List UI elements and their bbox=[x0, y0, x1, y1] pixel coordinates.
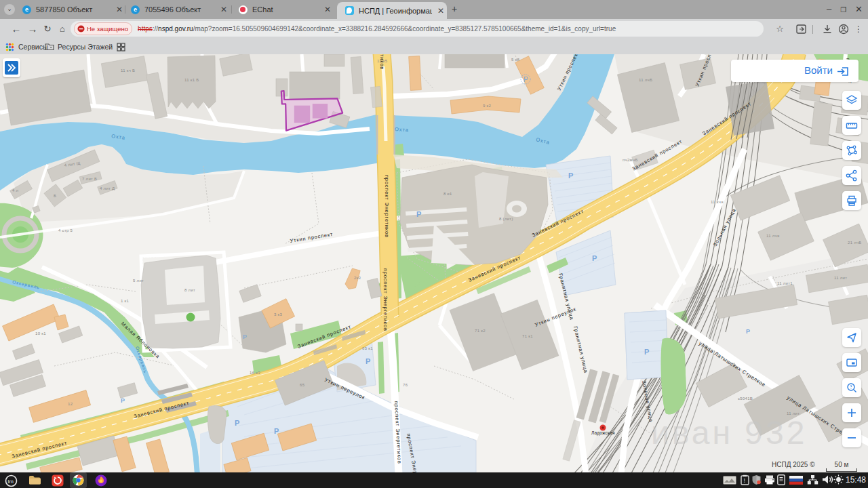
svg-text:P: P bbox=[235, 419, 239, 427]
svg-text:11 лит: 11 лит bbox=[834, 276, 847, 280]
svg-text:P: P bbox=[746, 328, 750, 335]
svg-text:Б: Б bbox=[54, 194, 56, 198]
svg-text:71 к2: 71 к2 bbox=[475, 329, 486, 333]
svg-text:65 к1: 65 к1 bbox=[362, 346, 373, 350]
svg-text:16 к3: 16 к3 bbox=[250, 371, 260, 375]
svg-text:P: P bbox=[274, 427, 279, 435]
svg-text:пч2мчБ: пч2мчБ bbox=[623, 158, 638, 162]
svg-text:P: P bbox=[592, 254, 597, 262]
svg-text:21 лчБ: 21 лчБ bbox=[848, 241, 862, 245]
svg-text:11 к5: 11 к5 bbox=[377, 59, 388, 63]
svg-text:!: ! bbox=[744, 477, 746, 484]
svg-text:1 к1: 1 к1 bbox=[121, 299, 130, 303]
svg-text:проспект Энергетиков: проспект Энергетиков bbox=[382, 268, 389, 331]
svg-text:12: 12 bbox=[68, 402, 73, 406]
svg-text:P: P bbox=[524, 76, 528, 83]
svg-text:P: P bbox=[568, 171, 573, 180]
svg-text:2к3: 2к3 bbox=[354, 276, 361, 280]
svg-text:65: 65 bbox=[300, 383, 305, 387]
svg-text:5 лит: 5 лит bbox=[133, 279, 144, 283]
svg-text:11 кчя: 11 кчя bbox=[711, 200, 724, 204]
svg-text:3 к3: 3 к3 bbox=[274, 312, 283, 317]
svg-text:lm: lm bbox=[8, 479, 14, 485]
svg-text:7 лит Б: 7 лит Б bbox=[82, 177, 97, 181]
svg-text:проспект Энергетиков: проспект Энергетиков bbox=[384, 175, 390, 238]
svg-text:8 (лит): 8 (лит) bbox=[499, 217, 513, 221]
svg-text:Ладожская: Ладожская bbox=[591, 430, 615, 436]
svg-text:P: P bbox=[416, 210, 421, 218]
svg-text:11 лит1: 11 лит1 bbox=[777, 281, 793, 285]
svg-text:Охта: Охта bbox=[395, 126, 410, 133]
svg-text:11 кч Б: 11 кч Б bbox=[121, 68, 135, 73]
svg-text:8 к4: 8 к4 bbox=[443, 192, 452, 196]
svg-text:9 к2: 9 к2 bbox=[483, 104, 492, 108]
svg-text:8 лит: 8 лит bbox=[184, 288, 195, 292]
svg-text:P: P bbox=[121, 397, 125, 404]
svg-text:4 л: 4 л bbox=[12, 188, 19, 192]
svg-text:иван 932: иван 932 bbox=[651, 415, 807, 451]
svg-text:P: P bbox=[243, 333, 247, 340]
svg-text:Гранитная улица: Гранитная улица bbox=[572, 325, 589, 373]
svg-text:P: P bbox=[366, 357, 370, 365]
svg-text:76: 76 bbox=[403, 383, 408, 387]
svg-text:с5041В: с5041В bbox=[738, 396, 753, 401]
svg-text:4 стр 5: 4 стр 5 bbox=[58, 228, 73, 232]
svg-text:11 к1 Б: 11 к1 Б bbox=[184, 78, 199, 82]
svg-text:71 к1: 71 к1 bbox=[522, 334, 533, 338]
svg-text:4 лит Д: 4 лит Д bbox=[100, 186, 115, 190]
svg-text:11 лит: 11 лит bbox=[787, 411, 800, 415]
svg-text:5 к8: 5 к8 bbox=[511, 58, 520, 62]
svg-text:P: P bbox=[644, 348, 649, 356]
svg-text:11 лчя: 11 лчя bbox=[766, 234, 779, 238]
svg-text:11 лчБ: 11 лчБ bbox=[639, 78, 652, 82]
svg-text:10 к1: 10 к1 bbox=[35, 331, 46, 336]
